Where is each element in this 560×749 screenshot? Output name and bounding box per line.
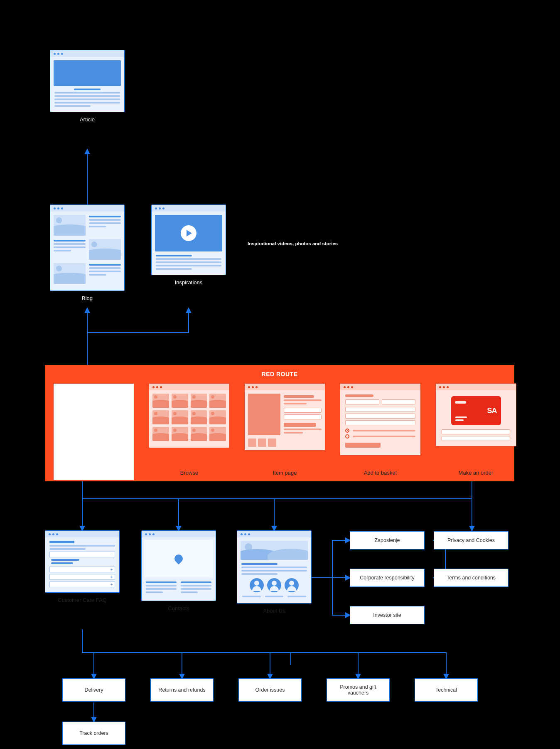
wf-blog-label: Blog bbox=[50, 295, 125, 301]
node-zaposlenje[interactable]: Zaposlenje bbox=[350, 531, 425, 549]
node-promos[interactable]: Promos and gift vauchers bbox=[327, 678, 390, 702]
node-track-orders[interactable]: Track orders bbox=[62, 722, 125, 745]
radio-icon bbox=[345, 429, 349, 433]
avatar-icon bbox=[285, 578, 299, 592]
wf-about-us-label: About Us bbox=[237, 608, 312, 614]
wf-about-us[interactable]: About Us bbox=[237, 530, 312, 614]
wf-browse[interactable] bbox=[149, 383, 230, 448]
node-order-issues[interactable]: Order issues bbox=[238, 678, 302, 702]
node-technical[interactable]: Technical bbox=[415, 678, 478, 702]
wf-basket[interactable] bbox=[340, 383, 421, 456]
wf-article-label: Article bbox=[50, 116, 125, 123]
wf-contacts-label: Contacts bbox=[141, 605, 216, 611]
wf-contacts[interactable]: Contacts bbox=[141, 530, 216, 611]
radio-icon bbox=[345, 434, 349, 439]
node-corporate-responsibility[interactable]: Corporate responsibility bbox=[350, 569, 425, 587]
avatar-icon bbox=[250, 578, 264, 592]
wf-order[interactable]: SA bbox=[435, 383, 516, 446]
node-investor-site[interactable]: Investor site bbox=[350, 606, 425, 624]
wf-item-label: Item page bbox=[244, 470, 325, 476]
wf-article[interactable]: Article bbox=[50, 50, 125, 123]
accordion-row[interactable] bbox=[49, 567, 115, 572]
accordion-row[interactable] bbox=[49, 581, 115, 587]
wf-blog[interactable]: Blog bbox=[50, 204, 125, 301]
wf-browse-label: Browse bbox=[149, 470, 230, 476]
wf-order-label: Make an order bbox=[435, 470, 516, 476]
accordion-row[interactable] bbox=[49, 552, 115, 557]
wf-inspirations-label: Inspirations bbox=[151, 279, 226, 286]
red-route-title: RED ROUTE bbox=[45, 371, 514, 377]
node-terms[interactable]: Terms and conditions bbox=[434, 569, 508, 587]
inspirations-annotation: Inspirational videos, photos and stories bbox=[248, 241, 338, 246]
play-icon bbox=[181, 225, 196, 241]
wf-customer-care-label: Customer Care FAQ bbox=[45, 597, 120, 603]
wf-basket-label: Add to basket bbox=[340, 470, 421, 476]
node-delivery[interactable]: Delivery bbox=[62, 678, 125, 702]
map-pin-icon bbox=[173, 553, 184, 564]
accordion-row[interactable] bbox=[49, 574, 115, 580]
avatar-icon bbox=[267, 578, 281, 592]
wf-inspirations[interactable]: Inspirations bbox=[151, 204, 226, 286]
wf-item[interactable] bbox=[244, 383, 325, 451]
node-privacy[interactable]: Privacy and Cookies bbox=[434, 531, 508, 549]
wf-customer-care[interactable]: Customer Care FAQ bbox=[45, 530, 120, 603]
node-returns[interactable]: Returns and refunds bbox=[150, 678, 214, 702]
credit-card-icon: SA bbox=[451, 396, 501, 425]
